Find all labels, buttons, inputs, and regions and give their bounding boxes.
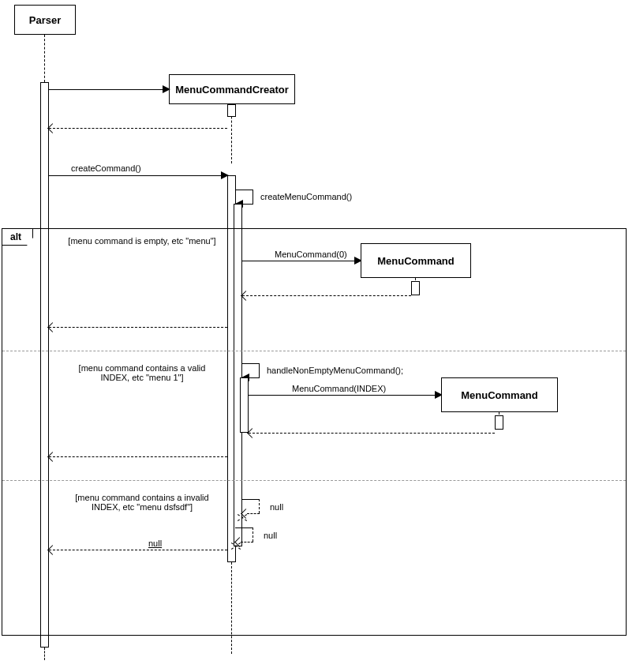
label-menu-command-index: MenuCommand(INDEX): [292, 384, 386, 393]
lifeline-creator-tail: [231, 562, 232, 654]
alt-tab: alt: [2, 228, 33, 246]
label-menu-command-0: MenuCommand(0): [275, 250, 347, 259]
self-side-handle: [259, 363, 260, 377]
guard-3: [menu command contains a invalid INDEX, …: [63, 493, 221, 512]
self-side-createmenu: [253, 190, 253, 204]
self-top-handle: [241, 363, 259, 364]
participant-parser: Parser: [14, 5, 76, 35]
activation-mc2: [495, 415, 503, 430]
return-creator-created: [49, 128, 227, 129]
label-null-1: null: [270, 502, 283, 512]
participant-parser-label: Parser: [29, 14, 61, 26]
arrow-return-creator: [47, 123, 58, 133]
participant-creator: MenuCommandCreator: [169, 74, 295, 104]
participant-menucommand-2-label: MenuCommand: [461, 389, 538, 401]
alt-tab-label: alt: [10, 231, 21, 242]
return-parser-1: [49, 327, 227, 328]
label-create-command: createCommand(): [71, 163, 141, 173]
self-side-null2: [253, 527, 253, 542]
self-side-null1: [259, 499, 260, 513]
lifeline-parser: [44, 35, 45, 82]
participant-creator-label: MenuCommandCreator: [175, 84, 289, 96]
arrow-create-creator: [163, 85, 170, 93]
activation-mc1: [411, 281, 420, 295]
guard-2: [menu command contains a valid INDEX, et…: [63, 363, 221, 382]
msg-menu-command-0: [242, 261, 361, 261]
lifeline-parser-tail: [44, 648, 45, 660]
self-top-null1: [241, 499, 259, 500]
participant-menucommand-2: MenuCommand: [441, 377, 558, 412]
msg-create-command: [49, 175, 227, 176]
msg-create-creator: [49, 89, 169, 90]
alt-divider-1: [2, 351, 626, 351]
msg-menu-command-index: [249, 395, 441, 396]
label-null-2: null: [264, 531, 277, 540]
alt-divider-2: [2, 480, 626, 481]
return-mc2: [249, 433, 495, 434]
destroy-x-1: [237, 512, 248, 523]
return-mc1: [242, 295, 411, 296]
activation-handle: [240, 377, 249, 433]
return-parser-3: [49, 550, 227, 550]
destroy-x-2: [230, 540, 241, 551]
return-parser-2: [49, 456, 227, 457]
participant-menucommand-1: MenuCommand: [361, 243, 471, 278]
self-top-createmenu: [235, 190, 253, 190]
self-top-null2: [235, 527, 253, 528]
activation-creator-create: [227, 104, 236, 117]
label-null-3: null: [148, 539, 162, 548]
alt-frame: [2, 228, 627, 636]
guard-1: [menu command is empty, etc "menu"]: [63, 236, 221, 246]
label-handle-nonempty: handleNonEmptyMenuCommand();: [267, 366, 403, 375]
label-create-menu-command: createMenuCommand(): [260, 192, 352, 201]
participant-menucommand-1-label: MenuCommand: [377, 255, 455, 267]
